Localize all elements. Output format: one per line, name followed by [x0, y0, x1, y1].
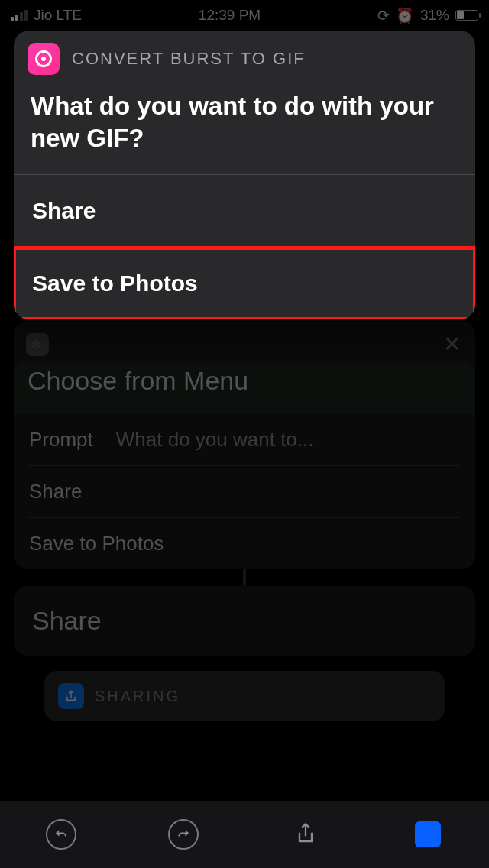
share-up-icon: [295, 822, 316, 847]
popup-prompt-text: What do you want to do with your new GIF…: [14, 87, 475, 174]
redo-icon: [168, 819, 199, 850]
stop-icon: [415, 821, 441, 847]
stop-button[interactable]: [410, 816, 446, 853]
popup-option-share[interactable]: Share: [14, 175, 475, 247]
undo-icon: [46, 819, 76, 850]
share-button[interactable]: [287, 816, 324, 853]
menu-popup: CONVERT BURST TO GIF What do you want to…: [14, 31, 475, 319]
bottom-toolbar: [0, 801, 489, 868]
shortcut-name-label: CONVERT BURST TO GIF: [72, 49, 306, 69]
shortcut-app-icon: [28, 43, 60, 75]
undo-button[interactable]: [43, 816, 79, 853]
popup-option-save-to-photos[interactable]: Save to Photos: [14, 248, 475, 319]
redo-button[interactable]: [165, 816, 202, 853]
